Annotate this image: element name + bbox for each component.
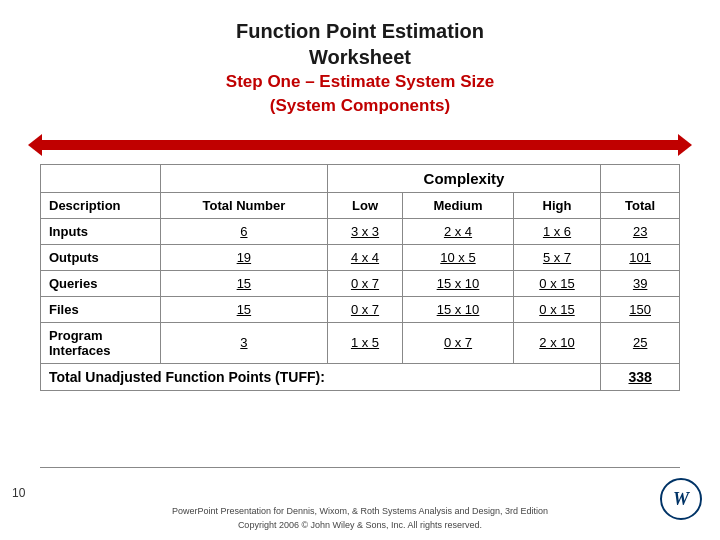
tuff-label: Total Unadjusted Function Points (TUFF): xyxy=(41,363,601,390)
row-low: 0 x 7 xyxy=(327,270,402,296)
footer-divider xyxy=(40,467,680,468)
row-description: Inputs xyxy=(41,218,161,244)
table-row: Queries 15 0 x 7 15 x 10 0 x 15 39 xyxy=(41,270,680,296)
row-description: Outputs xyxy=(41,244,161,270)
empty-cell-2 xyxy=(161,164,328,192)
footer-line2: Copyright 2006 © John Wiley & Sons, Inc.… xyxy=(0,519,720,533)
row-total: 150 xyxy=(601,296,680,322)
page-number: 10 xyxy=(12,486,25,500)
row-total-number: 15 xyxy=(161,296,328,322)
row-high: 0 x 15 xyxy=(513,296,601,322)
row-total: 23 xyxy=(601,218,680,244)
row-high: 2 x 10 xyxy=(513,322,601,363)
title-line1: Function Point Estimation Worksheet xyxy=(226,18,494,70)
empty-cell-1 xyxy=(41,164,161,192)
column-header-row: Description Total Number Low Medium High… xyxy=(41,192,680,218)
row-high: 0 x 15 xyxy=(513,270,601,296)
col-header-high: High xyxy=(513,192,601,218)
complexity-header: Complexity xyxy=(327,164,601,192)
row-medium: 0 x 7 xyxy=(403,322,513,363)
row-medium: 10 x 5 xyxy=(403,244,513,270)
title-block: Function Point Estimation Worksheet Step… xyxy=(226,18,494,118)
tuff-total: 338 xyxy=(601,363,680,390)
footer-line1: PowerPoint Presentation for Dennis, Wixo… xyxy=(0,505,720,519)
row-total-number: 3 xyxy=(161,322,328,363)
row-high: 1 x 6 xyxy=(513,218,601,244)
row-total-number: 15 xyxy=(161,270,328,296)
row-total-number: 6 xyxy=(161,218,328,244)
col-header-low: Low xyxy=(327,192,402,218)
row-total: 101 xyxy=(601,244,680,270)
table-row: Program Interfaces 3 1 x 5 0 x 7 2 x 10 … xyxy=(41,322,680,363)
row-low: 1 x 5 xyxy=(327,322,402,363)
row-description: Files xyxy=(41,296,161,322)
row-description: Queries xyxy=(41,270,161,296)
row-high: 5 x 7 xyxy=(513,244,601,270)
complexity-header-row: Complexity xyxy=(41,164,680,192)
col-header-medium: Medium xyxy=(403,192,513,218)
tuff-row: Total Unadjusted Function Points (TUFF):… xyxy=(41,363,680,390)
footer: PowerPoint Presentation for Dennis, Wixo… xyxy=(0,505,720,532)
row-medium: 15 x 10 xyxy=(403,296,513,322)
row-medium: 15 x 10 xyxy=(403,270,513,296)
table-row: Outputs 19 4 x 4 10 x 5 5 x 7 101 xyxy=(41,244,680,270)
arrow-decoration xyxy=(40,134,680,156)
main-content: Function Point Estimation Worksheet Step… xyxy=(0,0,720,401)
row-medium: 2 x 4 xyxy=(403,218,513,244)
row-total-number: 19 xyxy=(161,244,328,270)
row-total: 25 xyxy=(601,322,680,363)
col-header-total-number: Total Number xyxy=(161,192,328,218)
row-low: 4 x 4 xyxy=(327,244,402,270)
wiley-logo: W xyxy=(660,478,702,520)
col-header-description: Description xyxy=(41,192,161,218)
row-low: 3 x 3 xyxy=(327,218,402,244)
table-row: Files 15 0 x 7 15 x 10 0 x 15 150 xyxy=(41,296,680,322)
empty-cell-3 xyxy=(601,164,680,192)
table-row: Inputs 6 3 x 3 2 x 4 1 x 6 23 xyxy=(41,218,680,244)
col-header-total: Total xyxy=(601,192,680,218)
row-low: 0 x 7 xyxy=(327,296,402,322)
title-line2: Step One – Estimate System Size (System … xyxy=(226,70,494,118)
fp-table: Complexity Description Total Number Low … xyxy=(40,164,680,391)
row-description: Program Interfaces xyxy=(41,322,161,363)
row-total: 39 xyxy=(601,270,680,296)
